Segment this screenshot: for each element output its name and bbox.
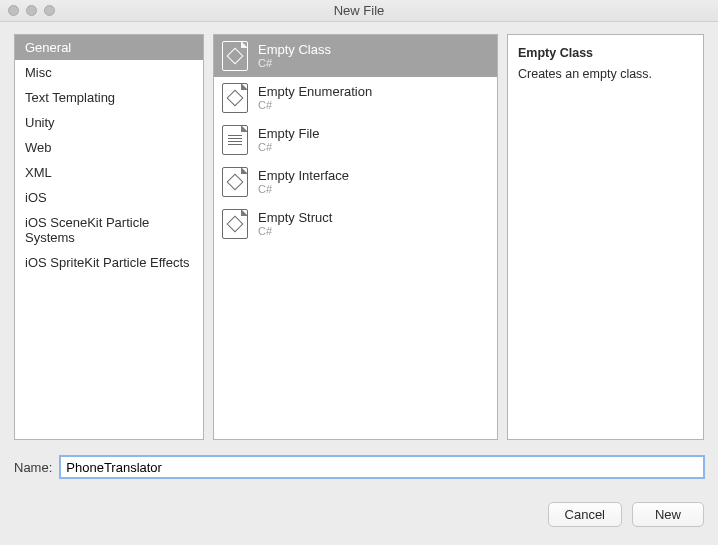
category-item[interactable]: XML [15,160,203,185]
template-item[interactable]: Empty ClassC# [214,35,497,77]
template-item[interactable]: Empty StructC# [214,203,497,245]
templates-pane: Empty ClassC#Empty EnumerationC#Empty Fi… [213,34,498,440]
details-pane: Empty Class Creates an empty class. [507,34,704,440]
template-language: C# [258,141,319,154]
new-button[interactable]: New [632,502,704,527]
category-item[interactable]: General [15,35,203,60]
details-description: Creates an empty class. [518,65,693,83]
template-name: Empty Class [258,42,331,57]
dialog-body: GeneralMiscText TemplatingUnityWebXMLiOS… [0,22,718,545]
template-item[interactable]: Empty FileC# [214,119,497,161]
template-item[interactable]: Empty InterfaceC# [214,161,497,203]
window-controls [8,5,55,16]
template-language: C# [258,225,332,238]
template-language: C# [258,99,372,112]
template-name: Empty Enumeration [258,84,372,99]
details-title: Empty Class [518,44,693,62]
category-item[interactable]: Text Templating [15,85,203,110]
class-icon [222,209,248,239]
category-item[interactable]: iOS SceneKit Particle Systems [15,210,203,250]
class-icon [222,83,248,113]
name-label: Name: [14,460,52,475]
file-icon [222,125,248,155]
close-window-icon[interactable] [8,5,19,16]
category-pane: GeneralMiscText TemplatingUnityWebXMLiOS… [14,34,204,440]
template-name: Empty File [258,126,319,141]
zoom-window-icon[interactable] [44,5,55,16]
template-name: Empty Struct [258,210,332,225]
template-language: C# [258,183,349,196]
window-title: New File [0,3,718,18]
category-item[interactable]: Misc [15,60,203,85]
titlebar: New File [0,0,718,22]
minimize-window-icon[interactable] [26,5,37,16]
category-item[interactable]: Web [15,135,203,160]
cancel-button[interactable]: Cancel [548,502,622,527]
template-name: Empty Interface [258,168,349,183]
template-language: C# [258,57,331,70]
name-input[interactable] [60,456,704,478]
category-item[interactable]: iOS SpriteKit Particle Effects [15,250,203,275]
class-icon [222,41,248,71]
template-item[interactable]: Empty EnumerationC# [214,77,497,119]
category-item[interactable]: Unity [15,110,203,135]
class-icon [222,167,248,197]
category-item[interactable]: iOS [15,185,203,210]
